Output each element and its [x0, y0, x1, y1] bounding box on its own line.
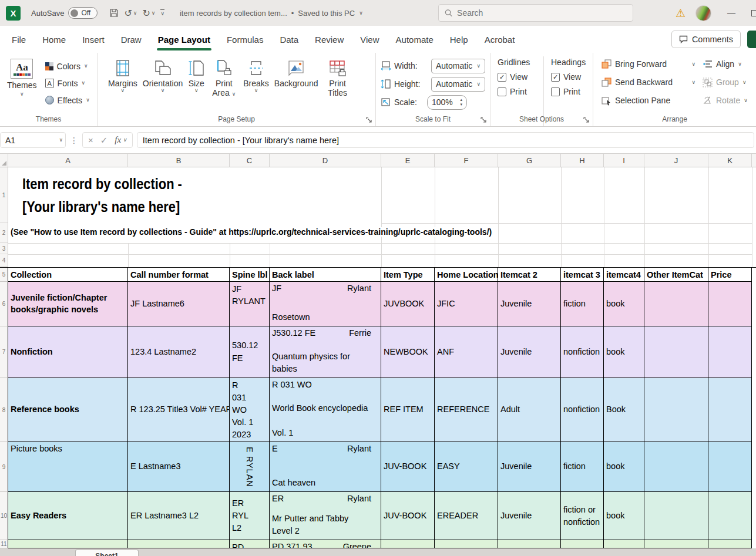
row-header[interactable]: 1: [0, 167, 8, 223]
header-call-number[interactable]: Call number format: [128, 268, 230, 282]
cell-collection[interactable]: Juvenile fiction/Chapter books/graphic n…: [8, 282, 128, 326]
undo-button[interactable]: ↺∨: [124, 8, 137, 19]
column-header-d[interactable]: D: [270, 154, 381, 167]
warning-icon[interactable]: ⚠: [676, 6, 686, 20]
column-header-f[interactable]: F: [435, 154, 498, 167]
header-itemcat3[interactable]: itemcat 3: [561, 268, 604, 282]
cell-spine-label[interactable]: ER RYL L2: [230, 492, 270, 540]
cell-spine-label[interactable]: 530.12 FE: [230, 326, 270, 378]
cell-price[interactable]: [708, 540, 752, 548]
sheet-tab-sheet1[interactable]: Sheet1: [75, 550, 139, 556]
row-header[interactable]: 4: [0, 254, 8, 267]
cell-spine-label[interactable]: E RYLAN: [230, 442, 270, 492]
cell-price[interactable]: [708, 282, 752, 326]
cell-itemcat4[interactable]: book: [604, 492, 644, 540]
header-other-itemcat[interactable]: Other ItemCat: [644, 268, 708, 282]
width-dropdown[interactable]: Automatic∨: [431, 59, 485, 73]
print-area-button[interactable]: Print Area ∨: [210, 58, 238, 97]
breaks-button[interactable]: Breaks ∨: [243, 58, 269, 93]
cell-item-type[interactable]: REF ITEM: [381, 378, 435, 442]
column-header-c[interactable]: C: [230, 154, 270, 167]
tab-formulas[interactable]: Formulas: [219, 26, 272, 53]
cell-itemcat4[interactable]: book: [604, 326, 644, 378]
cell-item-type[interactable]: JUVBOOK: [381, 282, 435, 326]
selection-pane-button[interactable]: Selection Pane: [599, 93, 698, 108]
column-header-e[interactable]: E: [381, 154, 435, 167]
cell-call-number[interactable]: E Lastname3: [128, 442, 230, 492]
scale-to-fit-dialog-launcher[interactable]: [481, 117, 486, 123]
cell-item-type[interactable]: [381, 540, 435, 548]
cell-back-label[interactable]: ERylant Cat heaven: [270, 442, 381, 492]
gridlines-print-checkbox[interactable]: Print: [498, 87, 543, 96]
row-header[interactable]: 11: [0, 540, 8, 548]
header-collection[interactable]: Collection: [8, 268, 128, 282]
search-box[interactable]: [438, 4, 633, 22]
header-back-label[interactable]: Back label: [270, 268, 381, 282]
column-header-h[interactable]: H: [561, 154, 604, 167]
cell-home-location[interactable]: [435, 540, 498, 548]
cell-call-number[interactable]: R 123.25 Title3 Vol# YEAR: [128, 378, 230, 442]
cell-itemcat4[interactable]: [604, 540, 644, 548]
tab-insert[interactable]: Insert: [74, 26, 113, 53]
cell-price[interactable]: [708, 442, 752, 492]
cell-itemcat3[interactable]: nonfiction: [561, 378, 604, 442]
cell-collection[interactable]: Nonfiction: [8, 326, 128, 378]
send-backward-button[interactable]: Send Backward ∨: [599, 75, 698, 90]
header-item-type[interactable]: Item Type: [381, 268, 435, 282]
print-titles-button[interactable]: Print Titles: [324, 58, 352, 97]
avatar[interactable]: [695, 5, 711, 21]
tab-acrobat[interactable]: Acrobat: [476, 26, 523, 53]
sheet-subtitle-cell[interactable]: (See "How to use Item record by collecti…: [11, 227, 495, 237]
cell-spine-label[interactable]: PD: [230, 540, 270, 548]
cell-collection[interactable]: Reference books: [8, 378, 128, 442]
cell-itemcat2[interactable]: Juvenile: [498, 326, 561, 378]
orientation-button[interactable]: Orientation ∨: [143, 58, 183, 93]
restore-button[interactable]: [751, 10, 756, 16]
cell-itemcat4[interactable]: book: [604, 442, 644, 492]
tab-page-layout[interactable]: Page Layout: [150, 26, 219, 53]
name-box[interactable]: A1 ∨: [0, 132, 66, 148]
column-header-i[interactable]: I: [604, 154, 644, 167]
bring-forward-button[interactable]: Bring Forward ∨: [599, 56, 698, 72]
gridlines-view-checkbox[interactable]: ✓View: [498, 72, 543, 82]
cell-home-location[interactable]: EASY: [435, 442, 498, 492]
header-spine-label[interactable]: Spine lbl: [230, 268, 270, 282]
tab-help[interactable]: Help: [442, 26, 476, 53]
header-itemcat4[interactable]: itemcat4: [604, 268, 644, 282]
header-home-location[interactable]: Home Location: [435, 268, 498, 282]
search-input[interactable]: [457, 8, 627, 18]
align-button[interactable]: Align ∨: [700, 56, 750, 72]
cell-back-label[interactable]: R 031 WO World Book encyclopedia Vol. 1: [270, 378, 381, 442]
cell-itemcat3[interactable]: fiction: [561, 282, 604, 326]
tab-view[interactable]: View: [352, 26, 387, 53]
minimize-button[interactable]: —: [721, 8, 741, 18]
enter-button[interactable]: ✓: [100, 135, 108, 146]
tab-automate[interactable]: Automate: [388, 26, 442, 53]
height-dropdown[interactable]: Automatic∨: [431, 77, 485, 92]
cell-home-location[interactable]: EREADER: [435, 492, 498, 540]
cell-itemcat2[interactable]: Juvenile: [498, 282, 561, 326]
cell-item-type[interactable]: JUV-BOOK: [381, 492, 435, 540]
cell-other-itemcat[interactable]: [644, 282, 708, 326]
group-button[interactable]: Group ∨: [700, 75, 750, 90]
share-button[interactable]: [747, 31, 756, 48]
save-button[interactable]: [109, 8, 119, 18]
cell-back-label[interactable]: ERRylant Mr Putter and Tabby Level 2: [270, 492, 381, 540]
cell-spine-label[interactable]: R 031 WO Vol. 1 2023: [230, 378, 270, 442]
cell-item-type[interactable]: JUV-BOOK: [381, 442, 435, 492]
header-price[interactable]: Price: [708, 268, 752, 282]
cell-call-number[interactable]: 123.4 Lastname2: [128, 326, 230, 378]
header-itemcat2[interactable]: Itemcat 2: [498, 268, 561, 282]
cell-itemcat3[interactable]: fiction: [561, 442, 604, 492]
cell-price[interactable]: [708, 326, 752, 378]
row-header[interactable]: 6: [0, 282, 8, 326]
scale-spinner[interactable]: 100%▴▾: [427, 95, 467, 110]
margins-button[interactable]: Margins ∨: [108, 58, 137, 93]
cell-back-label[interactable]: J530.12 FEFerrie Quantum physics for bab…: [270, 326, 381, 378]
tab-file[interactable]: File: [4, 26, 34, 53]
formula-input[interactable]: Item record by collection - [Your librar…: [137, 132, 754, 148]
tab-draw[interactable]: Draw: [113, 26, 150, 53]
page-setup-dialog-launcher[interactable]: [366, 117, 372, 123]
cell-home-location[interactable]: JFIC: [435, 282, 498, 326]
row-header[interactable]: 8: [0, 378, 8, 442]
